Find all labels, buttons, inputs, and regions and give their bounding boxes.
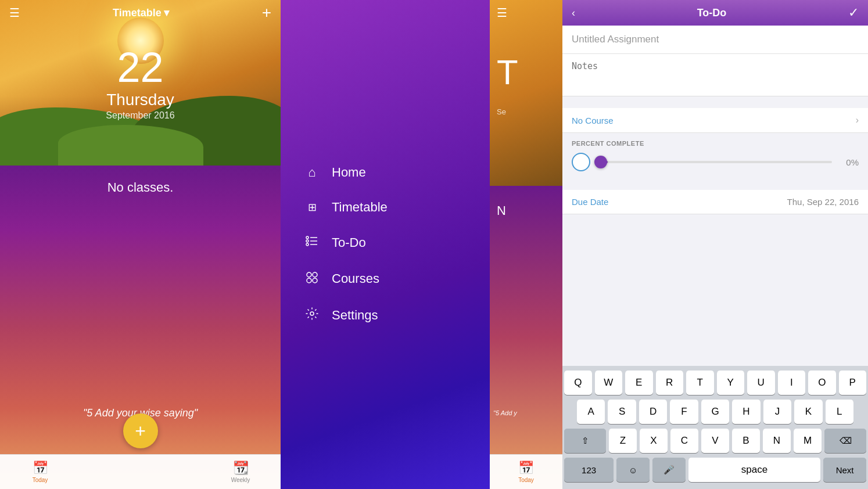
no-classes-section: No classes. [0,180,281,195]
chevron-right-icon: › [856,115,859,125]
notes-input[interactable] [562,54,868,94]
sidebar-item-settings[interactable]: Settings [304,300,467,331]
sidebar-menu: ⌂ Home ⊞ Timetable To-Do [281,0,490,489]
fab-button[interactable]: + [123,414,158,448]
hills-decoration [0,119,281,166]
key-J[interactable]: J [763,400,791,424]
slider-thumb[interactable] [594,156,607,168]
add-icon[interactable]: + [262,3,271,22]
due-date-value: Thu, Sep 22, 2016 [787,197,859,207]
course-row[interactable]: No Course › [562,108,868,133]
svg-point-9 [313,278,317,283]
percent-section: PERCENT COMPLETE 0% [562,133,868,178]
key-N[interactable]: N [763,429,791,453]
key-R[interactable]: R [656,371,684,395]
panel3-sep: Se [497,107,506,116]
key-B[interactable]: B [732,429,760,453]
shift-key[interactable]: ⇧ [564,429,606,453]
timetable-icon: ⊞ [304,201,320,214]
home-icon: ⌂ [304,165,320,180]
sidebar-item-label-settings: Settings [332,308,378,323]
keyboard-row-1: Q W E R T Y U I O P [564,371,866,395]
sidebar-item-courses[interactable]: Courses [304,264,467,294]
panel-peek: ☰ T Se N "5 Add y 📅 Today [490,0,562,489]
keyboard-row-3: ⇧ Z X C V B N M ⌫ [564,429,866,453]
key-X[interactable]: X [640,429,668,453]
panel-todo: ‹ To-Do ✓ No Course › PERCENT COMPLETE 0… [562,0,868,489]
key-G[interactable]: G [701,400,729,424]
key-A[interactable]: A [577,400,605,424]
key-P[interactable]: P [839,371,867,395]
panel3-quote: "5 Add y [493,409,562,416]
next-key[interactable]: Next [823,458,866,482]
panel-timetable: ☰ Timetable ▾ + 22 Thursday September 20… [0,0,281,489]
key-E[interactable]: E [625,371,653,395]
key-M[interactable]: M [794,429,822,453]
delete-key[interactable]: ⌫ [824,429,866,453]
date-day: Thursday [0,91,281,109]
assignment-title-input[interactable] [562,26,868,54]
svg-point-0 [306,236,309,239]
microphone-key[interactable]: 🎤 [652,458,686,482]
key-U[interactable]: U [747,371,775,395]
svg-point-2 [306,243,309,246]
course-label: No Course [572,116,614,125]
tab-today[interactable]: 📅 Today [0,461,80,483]
numbers-key[interactable]: 123 [564,458,614,482]
back-button[interactable]: ‹ [572,7,575,19]
tab-bar: 📅 Today 📆 Weekly [0,454,281,489]
panel3-partial-text: N [497,203,506,218]
key-Y[interactable]: Y [717,371,745,395]
key-C[interactable]: C [670,429,698,453]
sidebar-item-home[interactable]: ⌂ Home [304,158,467,187]
confirm-button[interactable]: ✓ [848,5,859,20]
key-Z[interactable]: Z [609,429,637,453]
percent-decrease-button[interactable] [572,153,590,171]
key-O[interactable]: O [808,371,836,395]
sidebar-item-timetable[interactable]: ⊞ Timetable [304,193,467,222]
key-F[interactable]: F [670,400,698,424]
today-tab-label: Today [33,477,48,483]
panel3-hamburger-icon: ☰ [497,6,507,20]
svg-point-8 [307,278,311,283]
svg-point-6 [307,272,311,277]
key-H[interactable]: H [732,400,760,424]
keyboard-row-4: 123 ☺ 🎤 space Next [564,458,866,482]
panel-sidebar: ⌂ Home ⊞ Timetable To-Do [281,0,490,489]
hamburger-icon[interactable]: ☰ [9,6,20,20]
svg-point-10 [310,312,314,315]
key-Q[interactable]: Q [564,371,592,395]
key-S[interactable]: S [608,400,636,424]
panel3-letter: T [497,52,518,92]
weekly-tab-icon: 📆 [233,461,249,476]
spacer1 [562,96,868,108]
tab-weekly[interactable]: 📆 Weekly [200,461,281,483]
key-L[interactable]: L [826,400,853,424]
emoji-key[interactable]: ☺ [616,458,650,482]
due-date-row[interactable]: Due Date Thu, Sep 22, 2016 [562,190,868,214]
key-W[interactable]: W [595,371,623,395]
svg-point-1 [306,240,309,242]
keyboard: Q W E R T Y U I O P A S D F G H J K L ⇧ … [562,366,868,489]
todo-form: No Course › PERCENT COMPLETE 0% Due Date… [562,26,868,366]
sidebar-item-label-courses: Courses [332,271,379,286]
keyboard-row-2: A S D F G H J K L [564,400,866,424]
key-T[interactable]: T [686,371,714,395]
sidebar-item-label-todo: To-Do [332,235,366,250]
key-I[interactable]: I [778,371,806,395]
key-D[interactable]: D [639,400,667,424]
todo-icon [304,235,320,251]
timetable-title[interactable]: Timetable ▾ [113,6,169,19]
panel3-tab-label: Today [518,477,534,483]
panel3-header: ☰ [490,0,562,26]
percent-value: 0% [838,157,859,167]
key-V[interactable]: V [701,429,729,453]
sidebar-item-todo[interactable]: To-Do [304,228,467,258]
panel1-header: ☰ Timetable ▾ + [0,0,281,26]
key-K[interactable]: K [794,400,822,424]
percent-slider[interactable] [596,161,832,163]
percent-complete-label: PERCENT COMPLETE [572,140,859,147]
settings-icon [304,307,320,324]
weekly-tab-label: Weekly [231,477,250,483]
space-key[interactable]: space [688,458,820,482]
